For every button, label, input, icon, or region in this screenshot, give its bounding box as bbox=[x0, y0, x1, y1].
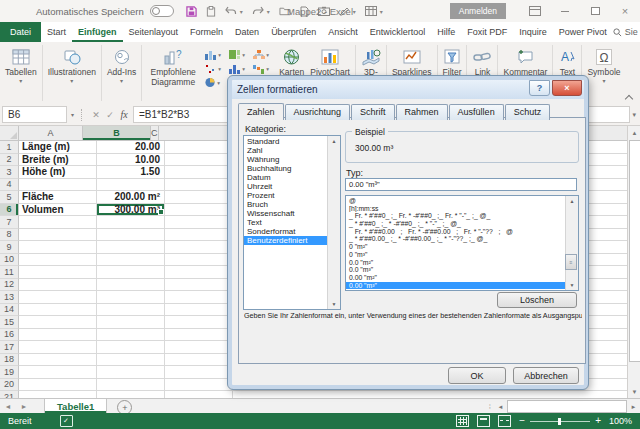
category-item[interactable]: Zahl bbox=[244, 146, 327, 155]
type-format-item[interactable]: _ * #'##0.00_ ;_ * -#'##0.00_ ;_ * "-"??… bbox=[346, 235, 565, 243]
type-format-item[interactable]: 0.0 "m³" bbox=[346, 266, 565, 274]
row-header[interactable]: 3 bbox=[0, 166, 19, 179]
clipboard-icon[interactable] bbox=[206, 6, 216, 17]
type-scroll-thumb[interactable]: ≡ bbox=[565, 254, 577, 270]
cell-b[interactable] bbox=[97, 354, 165, 367]
cell-b[interactable] bbox=[97, 329, 165, 342]
type-listbox[interactable]: @[h]:mm:ss_ Fr. * #'##0_ ;_ Fr. * -#'##0… bbox=[345, 195, 579, 291]
cell-c[interactable] bbox=[165, 141, 233, 154]
type-format-item[interactable]: 0 "m²" bbox=[346, 243, 565, 251]
ribbon-tab[interactable]: Datei bbox=[0, 22, 41, 42]
type-format-item[interactable]: 0.00 "m²" bbox=[346, 274, 565, 282]
undo-dropdown-icon[interactable]: ▾ bbox=[240, 8, 243, 15]
cell-b[interactable]: 20.00 bbox=[97, 141, 165, 154]
category-item[interactable]: Prozent bbox=[244, 191, 327, 200]
hierarchy-chart-icon[interactable]: ▾ bbox=[252, 48, 274, 61]
page-layout-view-icon[interactable] bbox=[477, 415, 490, 427]
row-header[interactable]: 1 bbox=[0, 141, 19, 154]
cell-a[interactable] bbox=[19, 216, 97, 229]
cell-a[interactable] bbox=[19, 379, 97, 392]
cell-b[interactable]: 10.00 bbox=[97, 154, 165, 167]
row-header[interactable]: 12 bbox=[0, 279, 19, 292]
select-all-corner[interactable] bbox=[0, 126, 19, 140]
redo-icon[interactable] bbox=[252, 6, 264, 16]
cell-a[interactable] bbox=[19, 179, 97, 192]
cell-b[interactable] bbox=[97, 279, 165, 292]
row-header[interactable]: 6 bbox=[0, 204, 19, 217]
cell-a[interactable] bbox=[19, 304, 97, 317]
scatter-chart-icon[interactable]: ▾ bbox=[204, 62, 226, 75]
cell-c[interactable] bbox=[165, 229, 233, 242]
scroll-up-icon[interactable]: ▲ bbox=[328, 136, 340, 146]
ribbon-tab[interactable]: Start bbox=[41, 22, 72, 42]
new-document-icon[interactable] bbox=[300, 6, 309, 17]
column-header[interactable]: B bbox=[83, 126, 151, 140]
cell-c[interactable] bbox=[165, 241, 233, 254]
histogram-chart-icon[interactable]: ▾ bbox=[228, 62, 250, 75]
category-scrollbar[interactable]: ▲ ▼ bbox=[327, 136, 340, 309]
scroll-up-icon[interactable]: ▲ bbox=[566, 196, 578, 206]
name-box[interactable]: B6 bbox=[2, 106, 67, 123]
ribbon-tab[interactable]: Überprüfen bbox=[265, 22, 322, 42]
row-header[interactable]: 18 bbox=[0, 354, 19, 367]
row-header[interactable]: 4 bbox=[0, 179, 19, 192]
name-box-dropdown-icon[interactable]: ▾ bbox=[67, 111, 78, 118]
column-chart-icon[interactable]: ▾ bbox=[204, 48, 226, 61]
waterfall-chart-icon[interactable]: ▾ bbox=[252, 62, 274, 75]
cell-b[interactable] bbox=[97, 379, 165, 392]
row-header[interactable]: 14 bbox=[0, 304, 19, 317]
signin-button[interactable]: Anmelden bbox=[450, 3, 506, 19]
cell-c[interactable] bbox=[165, 354, 233, 367]
dialog-tab[interactable]: Rahmen bbox=[396, 104, 448, 120]
symbole-button[interactable]: Ω Symbole▾ bbox=[584, 45, 623, 86]
cell-a[interactable] bbox=[19, 354, 97, 367]
cell-c[interactable] bbox=[165, 379, 233, 392]
row-header[interactable]: 11 bbox=[0, 266, 19, 279]
cell-a[interactable] bbox=[19, 341, 97, 354]
row-header[interactable]: 5 bbox=[0, 191, 19, 204]
cell-c[interactable] bbox=[165, 191, 233, 204]
ribbon-tab[interactable]: Daten bbox=[229, 22, 265, 42]
vertical-scrollbar[interactable]: ▲ ▼ bbox=[627, 126, 640, 398]
cancel-entry-icon[interactable]: ✕ bbox=[89, 110, 103, 120]
hscroll-left-icon[interactable]: ◄ bbox=[494, 400, 507, 413]
dialog-help-icon[interactable]: ? bbox=[529, 80, 550, 96]
save-icon[interactable] bbox=[186, 6, 197, 17]
cell-b[interactable] bbox=[97, 241, 165, 254]
dialog-close-icon[interactable]: × bbox=[552, 80, 582, 96]
category-item[interactable]: Wissenschaft bbox=[244, 209, 327, 218]
zoom-slider[interactable] bbox=[530, 421, 590, 422]
treemap-chart-icon[interactable]: ▾ bbox=[228, 48, 250, 61]
cell-a[interactable]: Volumen bbox=[19, 204, 97, 217]
addins-button[interactable]: Add-Ins▾ bbox=[104, 45, 139, 86]
cell-c[interactable] bbox=[165, 204, 233, 217]
tabellen-button[interactable]: Tabellen▾ bbox=[2, 45, 40, 86]
cell-a[interactable] bbox=[19, 241, 97, 254]
row-header[interactable]: 13 bbox=[0, 291, 19, 304]
undo-icon[interactable] bbox=[225, 6, 237, 16]
empfohlene-diagramme-button[interactable]: ? Empfohlene Diagramme bbox=[144, 45, 202, 89]
cell-c[interactable] bbox=[165, 329, 233, 342]
sheet-nav-left-icon[interactable]: ◄ bbox=[0, 399, 16, 414]
horizontal-scroll-thumb[interactable] bbox=[507, 400, 627, 413]
ribbon-tab[interactable]: Ansicht bbox=[322, 22, 364, 42]
scroll-down-icon[interactable]: ▼ bbox=[628, 385, 640, 398]
illustrationen-button[interactable]: Illustrationen▾ bbox=[45, 45, 99, 86]
ribbon-tab[interactable]: Formeln bbox=[184, 22, 229, 42]
row-header[interactable]: 8 bbox=[0, 229, 19, 242]
cell-c[interactable] bbox=[165, 341, 233, 354]
cell-b[interactable] bbox=[97, 366, 165, 379]
cell-c[interactable] bbox=[165, 316, 233, 329]
cell-b[interactable] bbox=[97, 316, 165, 329]
cell-b[interactable] bbox=[97, 216, 165, 229]
type-format-item[interactable]: _ Fr. * #'##0.00_ ;_ Fr. * -#'##0.00_ ;_… bbox=[346, 228, 565, 236]
cell-c[interactable] bbox=[165, 216, 233, 229]
zoom-slider-thumb[interactable] bbox=[558, 418, 561, 425]
zoom-out-icon[interactable]: − bbox=[519, 416, 525, 426]
type-format-item[interactable]: @ bbox=[346, 197, 565, 205]
category-item[interactable]: Benutzerdefiniert bbox=[244, 236, 327, 245]
row-header[interactable]: 20 bbox=[0, 379, 19, 392]
cell-b[interactable]: 200.00 m² bbox=[97, 191, 165, 204]
type-format-item[interactable]: _ Fr. * #'##0_ ;_ Fr. * -#'##0_ ;_ Fr. *… bbox=[346, 212, 565, 220]
dialog-tab[interactable]: Zahlen bbox=[238, 103, 284, 120]
